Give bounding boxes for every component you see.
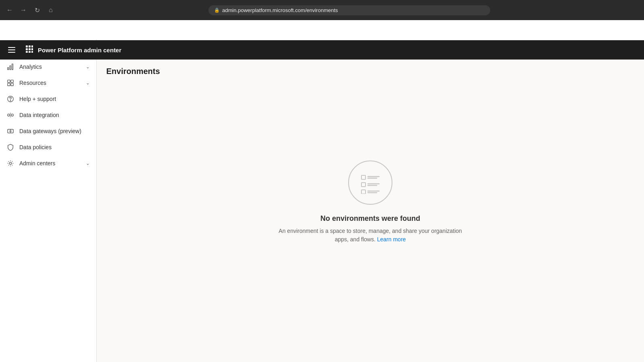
svg-rect-21 [11,83,13,86]
sidebar-item-data-gateways-label: Data gateways (preview) [19,128,81,134]
data-integration-icon [6,111,14,119]
sidebar-item-analytics-label: Analytics [19,64,42,70]
main-content: + New Refresh Environments [97,39,644,362]
back-button[interactable]: ← [5,5,14,15]
page-content: Environments [97,59,644,362]
svg-rect-4 [29,45,31,47]
url-text: admin.powerplatform.microsoft.com/enviro… [222,7,338,13]
sidebar-item-data-policies[interactable]: Data policies [0,139,96,155]
svg-rect-7 [29,48,31,50]
svg-rect-20 [8,83,10,86]
learn-more-link[interactable]: Learn more [377,236,406,243]
svg-rect-8 [31,48,33,50]
sidebar-item-resources-label: Resources [19,80,46,86]
admin-centers-icon [6,159,14,167]
svg-point-25 [11,114,13,116]
sidebar-item-data-integration-label: Data integration [19,112,59,118]
sidebar-item-data-gateways[interactable]: Data gateways (preview) [0,123,96,139]
lock-icon: 🔒 [214,8,220,13]
sidebar-item-help[interactable]: Help + support [0,91,96,107]
sidebar-item-admin-centers[interactable]: Admin centers ⌄ [0,155,96,171]
svg-rect-17 [12,64,13,70]
analytics-icon [6,63,14,71]
page-title: Environments [106,67,634,76]
data-gateways-icon [6,127,14,135]
svg-point-32 [9,162,11,164]
empty-state: No environments were found An environmen… [106,82,634,354]
svg-rect-9 [26,51,28,53]
app-title: Power Platform admin center [38,47,122,53]
forward-button[interactable]: → [19,5,28,15]
svg-rect-33 [361,175,365,179]
sidebar-item-data-integration[interactable]: Data integration [0,107,96,123]
sidebar: Environments Analytics ⌄ [0,39,97,362]
data-policies-icon [6,143,14,151]
svg-rect-5 [31,45,33,47]
svg-rect-15 [8,68,9,70]
hamburger-button[interactable] [6,45,17,55]
svg-rect-3 [26,45,28,47]
browser-bar: ← → ↻ ⌂ 🔒 admin.powerplatform.microsoft.… [0,0,644,20]
svg-rect-6 [26,48,28,50]
sidebar-item-help-label: Help + support [19,96,56,102]
empty-state-description: An environment is a space to store, mana… [274,227,467,244]
svg-rect-19 [11,80,13,82]
empty-state-description-text: An environment is a space to store, mana… [279,228,462,243]
list-empty-icon [359,171,382,194]
sidebar-item-data-policies-label: Data policies [19,144,52,150]
svg-rect-36 [361,183,365,187]
svg-rect-2 [8,52,15,53]
svg-rect-11 [31,51,33,53]
help-icon [6,95,14,103]
analytics-chevron: ⌄ [86,64,90,70]
svg-rect-0 [8,47,15,48]
sidebar-item-analytics[interactable]: Analytics ⌄ [0,59,96,75]
resources-icon [6,79,14,87]
svg-point-23 [10,100,10,101]
svg-point-24 [8,114,10,116]
svg-rect-1 [8,49,15,50]
svg-rect-10 [29,51,31,53]
sidebar-item-admin-centers-label: Admin centers [19,160,55,167]
sidebar-item-resources[interactable]: Resources ⌄ [0,75,96,91]
admin-centers-chevron: ⌄ [86,160,90,166]
refresh-button[interactable]: ↻ [32,5,42,15]
home-button[interactable]: ⌂ [46,5,56,15]
waffle-icon[interactable] [26,45,33,55]
top-nav: Power Platform admin center [0,40,644,60]
empty-state-title: No environments were found [320,214,420,223]
address-bar[interactable]: 🔒 admin.powerplatform.microsoft.com/envi… [208,5,490,15]
svg-rect-39 [361,190,365,194]
svg-rect-18 [8,80,10,82]
empty-state-icon-circle [348,160,392,205]
svg-rect-16 [10,66,11,70]
resources-chevron: ⌄ [86,80,90,86]
